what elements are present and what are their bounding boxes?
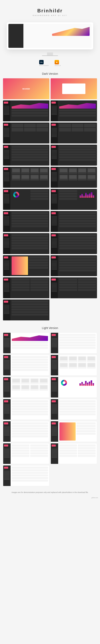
dashboard-thumb <box>3 100 49 121</box>
dashboard-thumb <box>3 421 49 442</box>
dashboard-thumb <box>3 145 49 166</box>
watermark: gfxtra.com <box>2 497 98 498</box>
product-name: Brinhildr <box>2 8 98 14</box>
dark-section-title: Dark Version <box>2 72 98 75</box>
dashboard-thumb <box>51 167 97 188</box>
dashboard-thumb <box>3 233 49 254</box>
tool-sketch: ◆ SKETCH <box>55 60 61 66</box>
dashboard-thumb <box>3 443 49 464</box>
dashboard-thumb <box>51 355 97 376</box>
dashboard-thumb <box>51 255 97 276</box>
light-thumbnail-grid <box>2 332 98 486</box>
dashboard-thumb <box>51 189 97 210</box>
dark-thumbnail-grid: Brinhildr <box>2 78 98 320</box>
dashboard-thumb <box>3 465 49 486</box>
dashboard-thumb <box>3 277 49 298</box>
dashboard-thumb <box>3 300 49 320</box>
monitor-mockup <box>2 22 98 56</box>
footer-note: Images are for demonstration purposes on… <box>2 491 98 494</box>
dashboard-thumb <box>3 255 49 276</box>
tool-photoshop: Ps PHOTOSHOP <box>39 60 49 66</box>
product-tagline: DASHBOARD APP UI KIT <box>2 14 98 16</box>
dashboard-thumb <box>3 355 49 376</box>
photoshop-icon: Ps <box>39 60 44 64</box>
dashboard-thumb <box>3 211 49 232</box>
tools-row: Ps PHOTOSHOP ◆ SKETCH <box>2 60 98 66</box>
dashboard-thumb <box>3 122 49 144</box>
dashboard-thumb <box>51 145 97 166</box>
dashboard-thumb <box>51 421 97 442</box>
login-splash: Brinhildr <box>3 78 49 99</box>
dashboard-thumb <box>3 332 49 354</box>
dashboard-thumb <box>51 332 97 354</box>
dashboard-thumb <box>51 211 97 232</box>
dashboard-thumb <box>51 377 97 398</box>
dashboard-thumb <box>51 233 97 254</box>
login-form <box>51 78 97 99</box>
dashboard-thumb <box>51 399 97 420</box>
dashboard-thumb <box>3 399 49 420</box>
dashboard-thumb <box>3 189 49 210</box>
sketch-icon: ◆ <box>55 60 59 64</box>
dashboard-thumb <box>3 167 49 188</box>
dashboard-thumb <box>51 277 97 298</box>
dashboard-thumb <box>51 100 97 121</box>
header: Brinhildr DASHBOARD APP UI KIT <box>2 4 98 19</box>
dashboard-thumb <box>51 122 97 144</box>
dashboard-thumb <box>3 377 49 398</box>
light-section-title: Light Version <box>2 326 98 330</box>
dashboard-thumb <box>51 443 97 464</box>
